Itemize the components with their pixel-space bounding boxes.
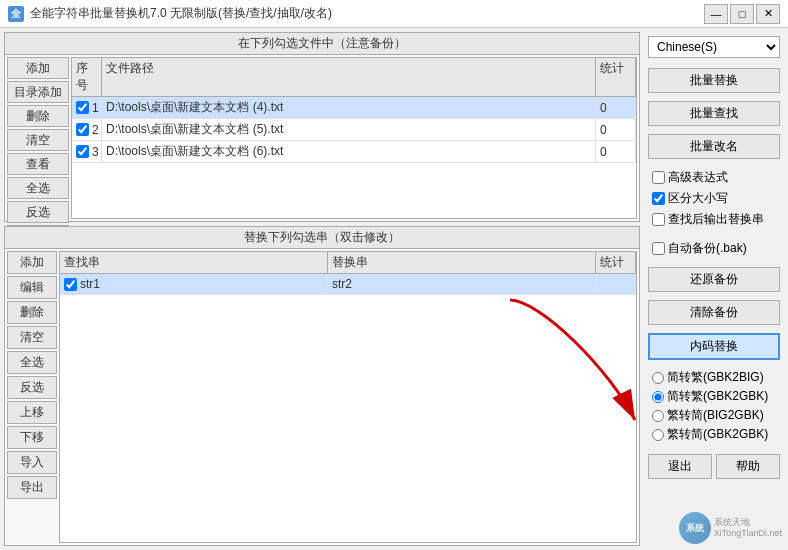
batch-rename-button[interactable]: 批量改名 bbox=[648, 134, 780, 159]
file-row-path: D:\tools\桌面\新建文本文档 (6).txt bbox=[102, 141, 596, 162]
file-row-stat: 0 bbox=[596, 141, 636, 162]
delete-file-button[interactable]: 删除 bbox=[7, 105, 69, 127]
select-all-rules-button[interactable]: 全选 bbox=[7, 351, 57, 374]
batch-replace-button[interactable]: 批量替换 bbox=[648, 68, 780, 93]
clear-rules-button[interactable]: 清空 bbox=[7, 326, 57, 349]
file-row-num: 1 bbox=[92, 101, 99, 115]
rule-row-stat bbox=[596, 274, 636, 294]
edit-rule-button[interactable]: 编辑 bbox=[7, 276, 57, 299]
file-row-checkbox[interactable] bbox=[76, 145, 89, 158]
move-up-rules-button[interactable]: 上移 bbox=[7, 401, 57, 424]
col-header-num: 序号 bbox=[72, 58, 102, 96]
export-rules-button[interactable]: 导出 bbox=[7, 476, 57, 499]
col-header-path: 文件路径 bbox=[102, 58, 596, 96]
watermark: 系统 系统天地XiTongTianDi.net bbox=[679, 512, 782, 544]
options-group: 高级表达式 区分大小写 查找后输出替换串 bbox=[644, 165, 784, 232]
auto-backup-label: 自动备份(.bak) bbox=[668, 240, 747, 257]
window-title: 全能字符串批量替换机7.0 无限制版(替换/查找/抽取/改名) bbox=[30, 5, 332, 22]
output-after-find-label: 查找后输出替换串 bbox=[668, 211, 764, 228]
case-sensitive-checkbox[interactable] bbox=[652, 192, 665, 205]
file-row-checkbox[interactable] bbox=[76, 123, 89, 136]
radio-big2gbk[interactable] bbox=[652, 410, 664, 422]
app-icon: 全 bbox=[8, 6, 24, 22]
case-sensitive-label: 区分大小写 bbox=[668, 190, 728, 207]
file-row-path: D:\tools\桌面\新建文本文档 (5).txt bbox=[102, 119, 596, 140]
encode-replace-button[interactable]: 内码替换 bbox=[648, 333, 780, 360]
output-after-find-checkbox[interactable] bbox=[652, 213, 665, 226]
col-header-stat2: 统计 bbox=[596, 252, 636, 273]
radio-gbk2gbk2[interactable] bbox=[652, 429, 664, 441]
language-select[interactable]: Chinese(S) Chinese(T) English bbox=[648, 36, 780, 58]
rule-table-row[interactable]: str1 str2 bbox=[60, 274, 636, 295]
file-row-stat: 0 bbox=[596, 97, 636, 118]
invert-files-button[interactable]: 反选 bbox=[7, 201, 69, 223]
minimize-button[interactable]: — bbox=[704, 4, 728, 24]
batch-find-button[interactable]: 批量查找 bbox=[648, 101, 780, 126]
clear-files-button[interactable]: 清空 bbox=[7, 129, 69, 151]
rule-row-replace: str2 bbox=[328, 274, 596, 294]
advanced-regex-label: 高级表达式 bbox=[668, 169, 728, 186]
radio-gbk2gbk2-label: 繁转简(GBK2GBK) bbox=[667, 426, 768, 443]
radio-gbk2gbk[interactable] bbox=[652, 391, 664, 403]
add-rule-button[interactable]: 添加 bbox=[7, 251, 57, 274]
add-dir-button[interactable]: 目录添加 bbox=[7, 81, 69, 103]
select-all-files-button[interactable]: 全选 bbox=[7, 177, 69, 199]
clear-backup-button[interactable]: 清除备份 bbox=[648, 300, 780, 325]
rule-row-find: str1 bbox=[80, 277, 100, 291]
file-table-row[interactable]: 1 D:\tools\桌面\新建文本文档 (4).txt 0 bbox=[72, 97, 636, 119]
maximize-button[interactable]: □ bbox=[730, 4, 754, 24]
delete-rule-button[interactable]: 删除 bbox=[7, 301, 57, 324]
close-button[interactable]: ✕ bbox=[756, 4, 780, 24]
file-row-num: 3 bbox=[92, 145, 99, 159]
auto-backup-checkbox[interactable] bbox=[652, 242, 665, 255]
view-file-button[interactable]: 查看 bbox=[7, 153, 69, 175]
col-header-stat: 统计 bbox=[596, 58, 636, 96]
lower-section-title: 替换下列勾选串（双击修改） bbox=[5, 227, 639, 249]
restore-backup-button[interactable]: 还原备份 bbox=[648, 267, 780, 292]
advanced-regex-checkbox[interactable] bbox=[652, 171, 665, 184]
col-header-find: 查找串 bbox=[60, 252, 328, 273]
help-button[interactable]: 帮助 bbox=[716, 454, 780, 479]
file-table-row[interactable]: 2 D:\tools\桌面\新建文本文档 (5).txt 0 bbox=[72, 119, 636, 141]
radio-big2gbk-label: 繁转简(BIG2GBK) bbox=[667, 407, 764, 424]
encode-group: 简转繁(GBK2BIG) 简转繁(GBK2GBK) 繁转简(BIG2GBK) 繁… bbox=[644, 366, 784, 446]
col-header-replace: 替换串 bbox=[328, 252, 596, 273]
import-rules-button[interactable]: 导入 bbox=[7, 451, 57, 474]
file-row-num: 2 bbox=[92, 123, 99, 137]
file-row-stat: 0 bbox=[596, 119, 636, 140]
rule-row-checkbox[interactable] bbox=[64, 278, 77, 291]
radio-gbk2big[interactable] bbox=[652, 372, 664, 384]
file-row-checkbox[interactable] bbox=[76, 101, 89, 114]
invert-rules-button[interactable]: 反选 bbox=[7, 376, 57, 399]
upper-section-title: 在下列勾选文件中（注意备份） bbox=[5, 33, 639, 55]
exit-button[interactable]: 退出 bbox=[648, 454, 712, 479]
move-down-rules-button[interactable]: 下移 bbox=[7, 426, 57, 449]
radio-gbk2big-label: 简转繁(GBK2BIG) bbox=[667, 369, 764, 386]
add-file-button[interactable]: 添加 bbox=[7, 57, 69, 79]
backup-group: 自动备份(.bak) bbox=[644, 236, 784, 261]
file-table-row[interactable]: 3 D:\tools\桌面\新建文本文档 (6).txt 0 bbox=[72, 141, 636, 163]
radio-gbk2gbk-label: 简转繁(GBK2GBK) bbox=[667, 388, 768, 405]
file-row-path: D:\tools\桌面\新建文本文档 (4).txt bbox=[102, 97, 596, 118]
title-bar: 全 全能字符串批量替换机7.0 无限制版(替换/查找/抽取/改名) — □ ✕ bbox=[0, 0, 788, 28]
